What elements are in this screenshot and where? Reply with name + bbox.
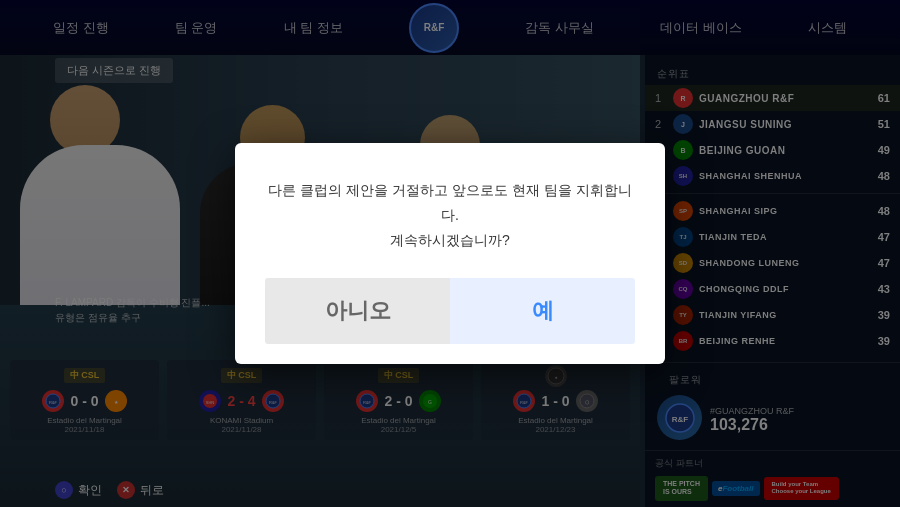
modal-overlay: 다른 클럽의 제안을 거절하고 앞으로도 현재 팀을 지휘합니다. 계속하시겠습… (0, 0, 900, 507)
modal-message: 다른 클럽의 제안을 거절하고 앞으로도 현재 팀을 지휘합니다. 계속하시겠습… (265, 178, 635, 254)
modal-message-line1: 다른 클럽의 제안을 거절하고 앞으로도 현재 팀을 지휘합니다. (265, 178, 635, 228)
modal-yes-button[interactable]: 예 (450, 278, 635, 344)
modal-message-line2: 계속하시겠습니까? (265, 228, 635, 253)
modal-dialog: 다른 클럽의 제안을 거절하고 앞으로도 현재 팀을 지휘합니다. 계속하시겠습… (235, 143, 665, 365)
modal-buttons: 아니오 예 (265, 278, 635, 344)
modal-no-button[interactable]: 아니오 (265, 278, 450, 344)
